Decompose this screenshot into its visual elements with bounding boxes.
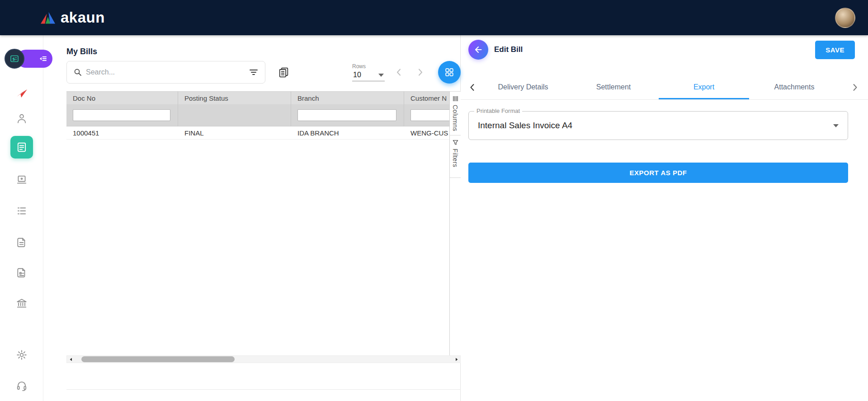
svg-text:$: $ [12, 56, 15, 61]
bank-icon [16, 298, 28, 309]
filter-input-customer[interactable] [410, 109, 449, 121]
filters-tool-label: Filters [452, 149, 459, 168]
table-header-row: Doc No Posting Status Branch Customer N [66, 91, 449, 104]
next-page-button[interactable] [413, 68, 428, 76]
sidebar-item-support[interactable] [14, 378, 29, 393]
cell-branch: IDA BRANCH [291, 126, 404, 140]
sidebar-item-bank[interactable] [14, 296, 29, 311]
headset-icon [16, 380, 28, 392]
horizontal-scrollbar[interactable] [66, 355, 461, 363]
brand-name: akaun [61, 9, 105, 26]
back-icon [473, 45, 483, 55]
rows-per-page: Rows 10 [352, 63, 385, 81]
column-header[interactable]: Doc No [66, 91, 178, 104]
tabs-scroll-left-icon[interactable] [466, 75, 478, 99]
sidebar-item-invoice-doc[interactable] [14, 235, 29, 250]
tab-settlement[interactable]: Settlement [568, 75, 659, 99]
pages-icon[interactable] [278, 66, 290, 79]
cell-customer: WENG-CUS [404, 126, 449, 140]
export-as-pdf-button[interactable]: EXPORT AS PDF [468, 163, 848, 183]
table-side-tools: Columns Filters [449, 91, 461, 355]
filter-cell-posting-status[interactable] [178, 104, 291, 126]
rows-label: Rows [352, 63, 385, 70]
printable-format-value: Internal Sales Invoice A4 [478, 121, 572, 131]
red-app-icon [15, 86, 28, 98]
columns-tool-button[interactable]: Columns [450, 91, 461, 135]
list-icon [16, 205, 28, 217]
bills-panel: My Bills [66, 47, 461, 390]
tab-attachments[interactable]: Attachments [749, 75, 840, 99]
table-row[interactable]: 1000451 FINAL IDA BRANCH WENG-CUS [66, 126, 449, 140]
bills-icon [16, 141, 28, 153]
columns-tool-label: Columns [452, 105, 459, 131]
sidebar: $ [0, 35, 43, 401]
panel-title: Edit Bill [494, 45, 523, 54]
launcher-menu-icon [38, 54, 47, 63]
tab-delivery-details[interactable]: Delivery Details [478, 75, 568, 99]
search-input[interactable] [86, 68, 245, 76]
filter-funnel-icon [453, 140, 458, 145]
bills-region: My Bills [43, 35, 461, 401]
tabs-scroll-right-icon[interactable] [849, 75, 861, 99]
page-title: My Bills [66, 47, 461, 56]
bills-toolbar: Rows 10 [66, 61, 461, 84]
scroll-right-button[interactable] [453, 356, 460, 363]
filter-input-doc-no[interactable] [73, 109, 170, 121]
rows-select[interactable]: 10 [352, 70, 385, 81]
topbar: akaun [0, 0, 868, 35]
doc-lines-icon [16, 237, 28, 248]
search-box[interactable] [66, 61, 265, 84]
printable-format-select[interactable]: Printable Format Internal Sales Invoice … [468, 111, 848, 140]
ledger-app-button[interactable]: $ [5, 49, 24, 69]
sidebar-item-bill-doc[interactable] [14, 265, 29, 280]
search-icon [74, 68, 82, 76]
cell-doc-no: 1000451 [66, 126, 178, 140]
sidebar-item-list[interactable] [14, 203, 29, 219]
filter-list-icon[interactable] [249, 68, 258, 76]
scrollbar-thumb[interactable] [81, 356, 235, 362]
scrollbar-track[interactable] [75, 356, 453, 363]
cell-posting-status: FINAL [178, 126, 291, 140]
grid-view-button[interactable] [438, 61, 461, 84]
caret-down-icon [378, 74, 384, 77]
edit-bill-header: Edit Bill SAVE [461, 35, 868, 61]
column-header[interactable]: Customer N [404, 91, 449, 104]
brand-logo[interactable]: akaun [40, 9, 105, 26]
gear-icon [16, 349, 28, 361]
person-icon [16, 112, 28, 124]
app-launcher[interactable]: $ [5, 49, 52, 69]
filters-tool-button[interactable]: Filters [450, 135, 461, 178]
akaun-logo-icon [40, 11, 56, 25]
sidebar-item-bills[interactable] [10, 136, 33, 159]
rows-value: 10 [353, 71, 361, 79]
table-filter-row [66, 104, 449, 126]
tab-export[interactable]: Export [659, 75, 749, 99]
ledger-icon: $ [9, 54, 19, 64]
column-header[interactable]: Branch [291, 91, 404, 104]
column-header[interactable]: Posting Status [178, 91, 291, 104]
caret-down-icon [833, 124, 839, 127]
grid-icon [444, 67, 454, 77]
save-button[interactable]: SAVE [815, 41, 855, 59]
prev-page-button[interactable] [391, 68, 406, 76]
sidebar-item-pos[interactable] [14, 172, 29, 187]
printable-format-label: Printable Format [474, 107, 522, 114]
user-avatar[interactable] [835, 8, 855, 28]
pos-icon [16, 174, 28, 186]
columns-icon [453, 96, 458, 102]
sidebar-item-red-app[interactable] [14, 84, 29, 100]
back-button[interactable] [468, 40, 488, 60]
edit-bill-tabs: Delivery Details Settlement Export Attac… [461, 75, 868, 100]
bills-table: Doc No Posting Status Branch Customer N … [66, 91, 461, 355]
scroll-left-button[interactable] [67, 356, 75, 363]
edit-bill-panel: Edit Bill SAVE Delivery Details Settleme… [461, 35, 868, 401]
sidebar-item-settings[interactable] [14, 347, 29, 363]
sidebar-item-contacts[interactable] [14, 111, 29, 126]
filter-input-branch[interactable] [297, 109, 396, 121]
table-empty-area [66, 140, 449, 355]
doc-check-icon [16, 267, 28, 279]
